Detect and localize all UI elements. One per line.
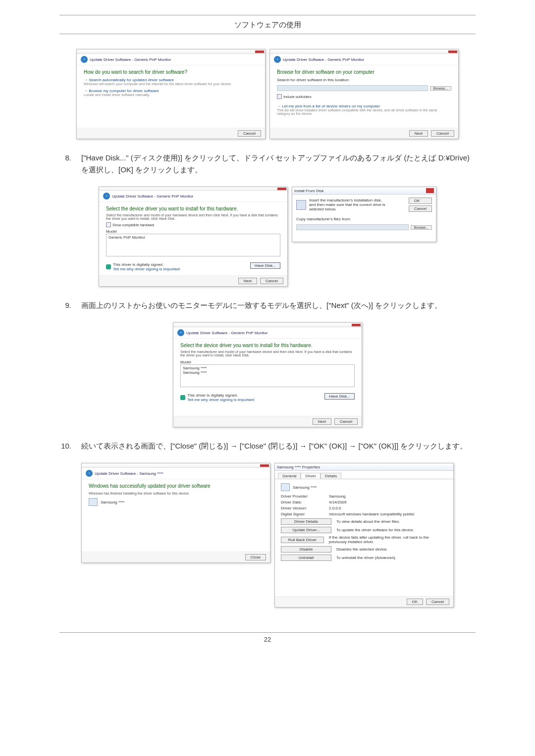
close-icon xyxy=(352,324,361,326)
update-driver-search-window: ‹ Update Driver Software - Generic PnP M… xyxy=(76,49,266,139)
value: microsoft windows hardware compatibility… xyxy=(329,512,414,516)
desc: To view details about the driver files. xyxy=(336,519,400,524)
include-subfolders-checkbox[interactable] xyxy=(277,94,282,99)
next-button[interactable]: Next xyxy=(409,130,428,137)
heading: Select the device driver you want to ins… xyxy=(106,206,280,211)
option-search-auto[interactable]: → Search automatically for updated drive… xyxy=(84,78,258,82)
window-title: Install From Disk xyxy=(294,189,324,193)
cancel-button[interactable]: Cancel xyxy=(426,599,449,605)
next-button[interactable]: Next xyxy=(313,418,331,425)
step-number: 10. xyxy=(59,440,71,452)
step-number: 8. xyxy=(59,152,71,176)
back-icon: ‹ xyxy=(274,56,281,63)
list-item[interactable]: Samsung **** xyxy=(183,370,352,375)
cancel-button[interactable]: Cancel xyxy=(431,130,454,137)
label: Digital Signer: xyxy=(281,512,323,516)
option-browse[interactable]: → Browse my computer for driver software xyxy=(84,89,258,93)
ok-button[interactable]: OK xyxy=(407,599,424,605)
ok-button[interactable]: OK xyxy=(409,198,432,204)
option-sub: Windows will search your computer and th… xyxy=(84,82,258,86)
disable-button[interactable]: Disable xyxy=(281,546,331,553)
desc: To update the driver software for this d… xyxy=(336,528,414,532)
window-title: Update Driver Software - Generic PnP Mon… xyxy=(112,194,193,199)
subtext: Windows has finished installing the driv… xyxy=(89,492,263,495)
path-input[interactable] xyxy=(277,85,428,91)
heading: Browse for driver software on your compu… xyxy=(277,69,451,75)
browse-button[interactable]: Browse... xyxy=(430,86,451,91)
select-samsung-driver-window: ‹ Update Driver Software - Generic PnP M… xyxy=(173,322,362,427)
step-8: 8. ["Have Disk..." (ディスク使用)] をクリックして、ドライ… xyxy=(59,152,476,176)
tab-general[interactable]: General xyxy=(278,473,301,479)
option-sub: This list will show installed driver sof… xyxy=(277,108,451,115)
window-title: Samsung **** Properties xyxy=(277,465,320,469)
screenshot-pair-4: ‹ Update Driver Software - Samsung **** … xyxy=(59,463,476,607)
option-label: Search automatically for updated driver … xyxy=(89,78,174,82)
label: Driver Provider: xyxy=(281,494,323,499)
desc: To uninstall the driver (Advanced). xyxy=(336,555,396,560)
heading: How do you want to search for driver sof… xyxy=(84,69,258,75)
driver-updated-window: ‹ Update Driver Software - Samsung **** … xyxy=(81,463,270,563)
page-title: ソフトウェアの使用 xyxy=(59,17,476,34)
monitor-icon xyxy=(281,483,290,491)
window-title: Update Driver Software - Generic PnP Mon… xyxy=(90,57,171,62)
option-pick-list[interactable]: → Let me pick from a list of device driv… xyxy=(277,104,451,108)
have-disk-button[interactable]: Have Disk... xyxy=(250,262,280,269)
cancel-button[interactable]: Cancel xyxy=(409,205,432,212)
install-from-disk-window: Install From Disk Insert the manufacture… xyxy=(292,187,436,287)
list-item[interactable]: Generic PnP Monitor xyxy=(108,235,278,240)
checkbox-label: Include subfolders xyxy=(283,95,312,99)
label: Driver Version: xyxy=(281,506,323,510)
browse-driver-window: ‹ Update Driver Software - Generic PnP M… xyxy=(269,49,459,139)
list-item[interactable]: Samsung **** xyxy=(183,366,352,370)
close-icon xyxy=(255,50,264,53)
disk-icon xyxy=(296,200,306,210)
heading: Select the device driver you want to ins… xyxy=(180,343,355,348)
driver-details-button[interactable]: Driver Details xyxy=(281,518,331,525)
show-compatible-checkbox[interactable] xyxy=(106,222,111,227)
shield-icon xyxy=(180,395,185,400)
checkbox-label: Show compatible hardware xyxy=(112,223,154,227)
device-name: Samsung **** xyxy=(101,500,124,504)
step-10: 10. 続いて表示される画面で、["Close" (閉じる)] → ["Clos… xyxy=(59,440,476,452)
copy-from-input[interactable] xyxy=(296,224,409,230)
tab-driver[interactable]: Driver xyxy=(301,473,320,479)
signing-link[interactable]: Tell me why driver signing is important xyxy=(187,398,254,402)
properties-window: Samsung **** Properties General Driver D… xyxy=(274,463,454,607)
browse-button[interactable]: Browse... xyxy=(411,225,432,230)
step-text: ["Have Disk..." (ディスク使用)] をクリックして、ドライバ セ… xyxy=(81,152,476,176)
cancel-button[interactable]: Cancel xyxy=(238,130,261,137)
value: 4/14/2005 xyxy=(329,500,347,504)
label: Search for driver software in this locat… xyxy=(277,78,451,82)
signed-label: This driver is digitally signed. xyxy=(187,393,254,398)
heading: Windows has successfully updated your dr… xyxy=(89,483,263,489)
model-list[interactable]: Samsung **** Samsung **** xyxy=(180,364,355,387)
cancel-button[interactable]: Cancel xyxy=(334,418,358,425)
tab-details[interactable]: Details xyxy=(321,473,341,479)
option-sub: Locate and install driver software manua… xyxy=(84,93,258,97)
step-text: 画面上のリストからお使いのモニターモデルに一致するモデルを選択し、["Next"… xyxy=(81,300,476,311)
label: Driver Date: xyxy=(281,500,323,504)
uninstall-button[interactable]: Uninstall xyxy=(281,554,331,561)
signing-link[interactable]: Tell me why driver signing is important xyxy=(113,267,180,271)
window-title: Update Driver Software - Samsung **** xyxy=(95,471,163,476)
back-icon: ‹ xyxy=(103,193,110,200)
roll-back-button[interactable]: Roll Back Driver xyxy=(281,537,324,543)
step-text: 続いて表示される画面で、["Close" (閉じる)] → ["Close" (… xyxy=(81,440,476,452)
subtext: Select the manufacturer and model of you… xyxy=(180,350,355,357)
update-driver-button[interactable]: Update Driver... xyxy=(281,527,331,533)
model-list[interactable]: Generic PnP Monitor xyxy=(106,234,280,256)
desc: If the device fails after updating the d… xyxy=(329,535,447,544)
window-title: Update Driver Software - Generic PnP Mon… xyxy=(283,57,364,62)
close-button[interactable]: Close xyxy=(245,554,266,560)
screenshot-3: ‹ Update Driver Software - Generic PnP M… xyxy=(59,322,476,427)
cancel-button[interactable]: Cancel xyxy=(260,278,283,284)
close-icon xyxy=(277,188,286,190)
close-icon xyxy=(260,464,269,467)
value: 2.0.0.0 xyxy=(329,506,341,510)
option-label: Browse my computer for driver software xyxy=(89,89,159,93)
next-button[interactable]: Next xyxy=(238,278,257,284)
screenshot-pair-1: ‹ Update Driver Software - Generic PnP M… xyxy=(59,49,476,139)
have-disk-button[interactable]: Have Disk... xyxy=(324,393,355,400)
signed-label: This driver is digitally signed. xyxy=(113,262,180,267)
device-name: Samsung **** xyxy=(293,485,317,490)
